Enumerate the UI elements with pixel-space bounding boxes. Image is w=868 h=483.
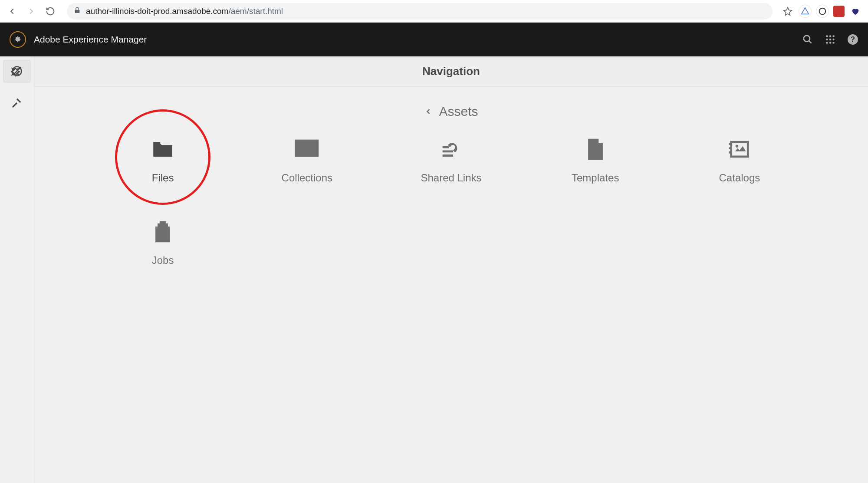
- nav-item-templates[interactable]: Templates: [528, 136, 663, 184]
- search-icon[interactable]: [802, 34, 813, 45]
- extension-red-icon[interactable]: [833, 6, 845, 17]
- extension-heart-icon[interactable]: [849, 5, 862, 18]
- svg-point-6: [829, 39, 831, 40]
- browser-forward-button[interactable]: [23, 3, 39, 19]
- svg-point-9: [829, 42, 831, 43]
- nav-item-label: Catalogs: [719, 172, 760, 184]
- link-icon: [438, 136, 464, 162]
- browser-reload-button[interactable]: [43, 3, 58, 19]
- bookmark-star-icon[interactable]: [781, 5, 794, 18]
- nav-item-files[interactable]: Files: [95, 136, 230, 184]
- aem-logo-icon[interactable]: [10, 31, 26, 48]
- svg-point-4: [832, 35, 834, 37]
- svg-point-7: [832, 39, 834, 40]
- panel-title: Navigation: [34, 56, 868, 87]
- folder-icon: [150, 136, 175, 162]
- nav-grid: Files Collections Shared Links: [52, 136, 851, 266]
- nav-item-collections[interactable]: Collections: [239, 136, 375, 184]
- browser-back-button[interactable]: [4, 3, 20, 19]
- nav-item-label: Templates: [572, 172, 619, 184]
- browser-toolbar: author-illinois-doit-prod.amsadobe.com/a…: [0, 0, 868, 23]
- extension-circle-icon[interactable]: [816, 5, 829, 18]
- nav-item-label: Jobs: [152, 254, 174, 266]
- svg-point-0: [819, 8, 826, 14]
- nav-item-label: Shared Links: [421, 172, 481, 184]
- aem-product-name: Adobe Experience Manager: [34, 34, 147, 45]
- left-rail: [0, 56, 34, 483]
- nav-item-label: Files: [152, 172, 174, 184]
- svg-point-19: [736, 145, 738, 148]
- lock-icon: [74, 7, 81, 16]
- svg-point-2: [826, 35, 828, 37]
- browser-address-bar[interactable]: author-illinois-doit-prod.amsadobe.com/a…: [67, 3, 773, 20]
- svg-point-3: [829, 35, 831, 37]
- rail-tools-button[interactable]: [4, 90, 30, 115]
- rail-navigation-button[interactable]: [3, 60, 30, 82]
- breadcrumb-label: Assets: [439, 104, 478, 119]
- aem-global-header: Adobe Experience Manager ?: [0, 23, 868, 56]
- svg-point-8: [826, 42, 828, 43]
- clipboard-icon: [150, 219, 175, 245]
- extension-triangle-icon[interactable]: [799, 5, 812, 18]
- svg-point-1: [804, 36, 810, 42]
- image-icon: [727, 136, 752, 162]
- solutions-grid-icon[interactable]: [825, 34, 836, 45]
- content-wrapper: Navigation Assets Files: [0, 56, 868, 483]
- svg-point-10: [832, 42, 834, 43]
- browser-actions: [781, 5, 864, 18]
- document-icon: [583, 136, 608, 162]
- panel-body: Assets Files Collections: [34, 87, 868, 483]
- nav-item-jobs[interactable]: Jobs: [95, 219, 230, 266]
- breadcrumb-back[interactable]: Assets: [52, 104, 851, 119]
- main-panel: Navigation Assets Files: [34, 56, 868, 483]
- svg-point-5: [826, 39, 828, 40]
- browser-url: author-illinois-doit-prod.amsadobe.com/a…: [86, 7, 283, 16]
- svg-text:?: ?: [851, 35, 855, 43]
- grid-icon: [294, 136, 319, 162]
- help-icon[interactable]: ?: [847, 34, 858, 45]
- nav-item-shared-links[interactable]: Shared Links: [383, 136, 519, 184]
- aem-header-actions: ?: [802, 34, 858, 45]
- nav-item-catalogs[interactable]: Catalogs: [672, 136, 807, 184]
- nav-item-label: Collections: [282, 172, 332, 184]
